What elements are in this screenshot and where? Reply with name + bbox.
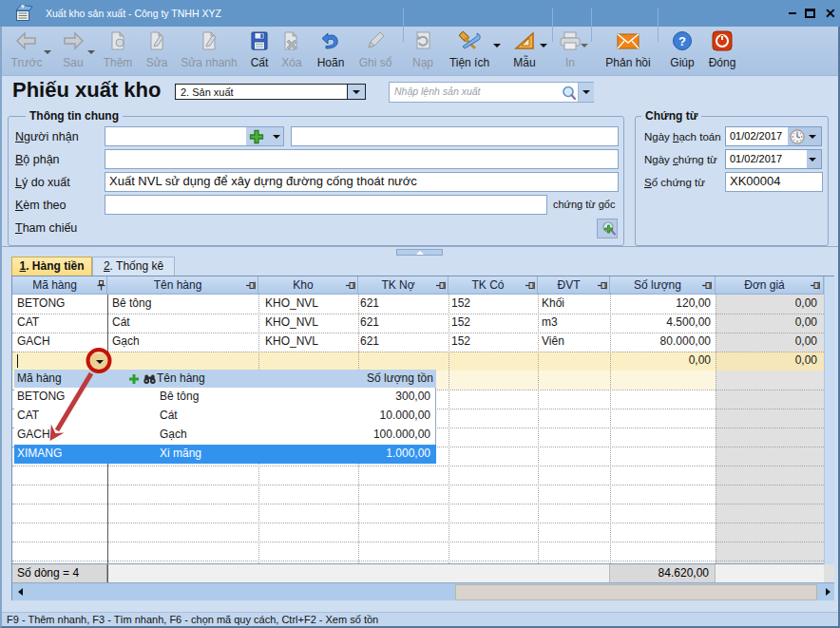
svg-text:?: ? xyxy=(678,34,686,48)
